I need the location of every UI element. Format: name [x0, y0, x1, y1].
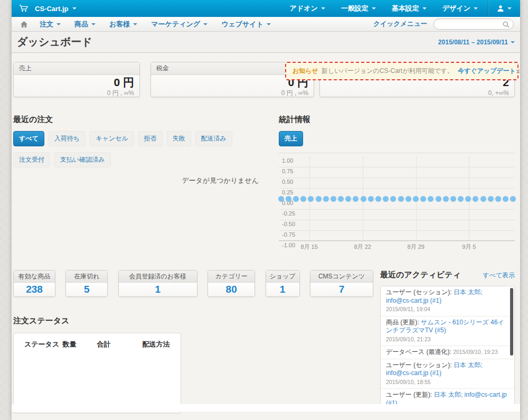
summary-card-sub: 0 円 , ∞% — [19, 89, 134, 97]
y-tick-label: -0.25 — [282, 210, 295, 217]
gridline — [279, 209, 515, 210]
user-icon — [497, 5, 504, 12]
divider — [279, 153, 515, 153]
home-icon — [20, 21, 28, 28]
x-tick-label: 9月 5 — [462, 243, 476, 251]
caret-down-icon — [133, 23, 137, 25]
caret-down-icon — [511, 41, 515, 43]
activity-item: ユーザー (セッション): 日本 太郎; info@cs-cart.jp (#1… — [381, 359, 514, 389]
x-tick-label: 8月 15 — [300, 243, 317, 251]
search-box — [433, 18, 514, 30]
tab-sales[interactable]: 売上 — [279, 131, 303, 146]
no-data-message: データが見つかりません — [13, 176, 267, 185]
summary-cards-row: 売上 0 円 0 円 , ∞% 税金 0 円 0 円 , ∞% 2 0, +∞% — [12, 53, 520, 97]
data-point — [353, 196, 359, 202]
caret-down-icon — [321, 7, 325, 10]
page-title: ダッシュボード — [17, 35, 92, 49]
topbar-menu[interactable]: アドオン — [282, 0, 333, 17]
data-point — [293, 196, 299, 202]
dashboard-content: 売上 0 円 0 円 , ∞% 税金 0 円 0 円 , ∞% 2 0, +∞% — [12, 53, 520, 412]
activity-label: ユーザー (セッション): — [386, 361, 454, 369]
date-range-selector[interactable]: 2015/08/11 – 2015/09/11 — [438, 39, 515, 46]
search-icon[interactable] — [503, 21, 510, 28]
summary-card-sales: 売上 0 円 0 円 , ∞% — [13, 62, 140, 97]
counter-card: 有効な商品238 — [13, 270, 55, 297]
data-point — [488, 196, 494, 202]
y-tick-label: -0.75 — [282, 231, 295, 238]
statistics-section: 統計情報 売上 1.000.750.500.250.00-0.25-0.50-0… — [279, 115, 515, 251]
home-button[interactable] — [20, 21, 28, 28]
x-tick-label: 8月 29 — [407, 243, 424, 251]
cart-icon — [19, 5, 29, 12]
gridline — [279, 178, 515, 178]
topbar-menu[interactable]: 基本設定 — [384, 0, 435, 17]
activity-label: ユーザー (更新): — [386, 391, 434, 398]
user-menu[interactable] — [488, 0, 520, 17]
data-point — [345, 196, 351, 202]
data-point — [450, 196, 456, 202]
order-status-section: 注文ステータス ステータス数量合計配送方法 — [13, 316, 373, 413]
admin-page: CS-Cart.jp アドオン一般設定基本設定デザイン 注文商品お客様マーケティ… — [12, 0, 520, 420]
counter-value[interactable]: 7 — [310, 283, 373, 296]
data-point — [458, 196, 464, 202]
search-input[interactable] — [434, 19, 499, 29]
caret-down-icon — [56, 23, 61, 25]
counter-value[interactable]: 5 — [66, 283, 107, 296]
date-range-label: 2015/08/11 – 2015/09/11 — [438, 39, 508, 46]
recent-orders-section: 最近の注文 すべて入荷待ちキャンセル拒否失敗配送済み注文受付支払い確認済み デー… — [13, 115, 267, 251]
nav-item-label: ウェブサイト — [221, 20, 263, 29]
activity-label: 商品 (更新): — [386, 319, 421, 326]
filter-button[interactable]: すべて — [13, 131, 44, 146]
counter-value[interactable]: 1 — [266, 283, 299, 296]
update-now-link[interactable]: 今すぐアップデート — [458, 67, 516, 76]
filter-button[interactable]: 注文受付 — [13, 152, 50, 167]
activity-section: 最近のアクティビティ すべて表示 ユーザー (セッション): 日本 太郎; in… — [380, 270, 515, 413]
close-icon[interactable]: × — [516, 67, 520, 76]
brand-label: CS-Cart.jp — [35, 5, 69, 13]
y-tick-label: 1.00 — [282, 157, 293, 164]
counter-card: 会員登録済のお客様1 — [118, 270, 197, 297]
counter-value[interactable]: 80 — [208, 283, 254, 296]
counter-title: 有効な商品 — [14, 270, 55, 283]
nav-item[interactable]: お客様 — [102, 17, 144, 32]
summary-card-sub: 0, +∞% — [325, 89, 509, 97]
filter-button[interactable]: 入荷待ち — [49, 131, 86, 146]
filter-button[interactable]: 失敗 — [167, 131, 191, 146]
data-point — [495, 196, 501, 202]
y-tick-label: 0.50 — [282, 179, 293, 185]
notification-message: 新しいバージョンのCS-Cartが利用可能です。 — [322, 67, 454, 76]
quick-menu-link[interactable]: クイックメニュー — [373, 20, 427, 29]
activity-date: 2015/09/10, 19:23 — [453, 349, 498, 355]
gridline — [279, 199, 515, 199]
nav-item[interactable]: 商品 — [68, 17, 102, 32]
filter-button[interactable]: キャンセル — [90, 131, 134, 146]
activity-label: データベース (最適化): — [386, 348, 453, 356]
notification-label: お知らせ — [293, 67, 318, 76]
nav-item[interactable]: 注文 — [33, 17, 68, 32]
topbar-menu[interactable]: デザイン — [435, 0, 486, 17]
activity-date: 2015/09/10, 21:23 — [386, 335, 507, 344]
order-status-title: 注文ステータス — [13, 316, 373, 326]
counter-title: CMSコンテンツ — [310, 270, 373, 283]
scrollbar-thumb[interactable] — [510, 288, 513, 356]
activity-date: 2015/09/11, 19:04 — [386, 305, 507, 314]
view-all-link[interactable]: すべて表示 — [483, 271, 515, 280]
data-point — [368, 196, 374, 202]
nav-item[interactable]: ウェブサイト — [214, 17, 278, 32]
nav-item[interactable]: マーケティング — [144, 17, 214, 32]
counter-value[interactable]: 238 — [14, 283, 55, 296]
filter-button[interactable]: 拒否 — [138, 131, 163, 146]
gridline — [279, 188, 515, 189]
order-status-headers: ステータス数量合計配送方法 — [24, 340, 181, 349]
filter-button[interactable]: 支払い確認済み — [54, 152, 111, 167]
data-point — [278, 196, 284, 202]
counter-value[interactable]: 1 — [119, 283, 197, 296]
gridline — [279, 220, 515, 220]
caret-down-icon — [474, 7, 478, 10]
filter-button[interactable]: 配送済み — [195, 131, 232, 146]
topbar-menu[interactable]: 一般設定 — [333, 0, 384, 17]
activity-list: ユーザー (セッション): 日本 太郎; info@cs-cart.jp (#1… — [380, 286, 515, 409]
nav-item-label: 商品 — [74, 20, 88, 29]
store-switcher[interactable]: CS-Cart.jp — [35, 5, 77, 13]
nav-item-label: 注文 — [40, 20, 53, 29]
